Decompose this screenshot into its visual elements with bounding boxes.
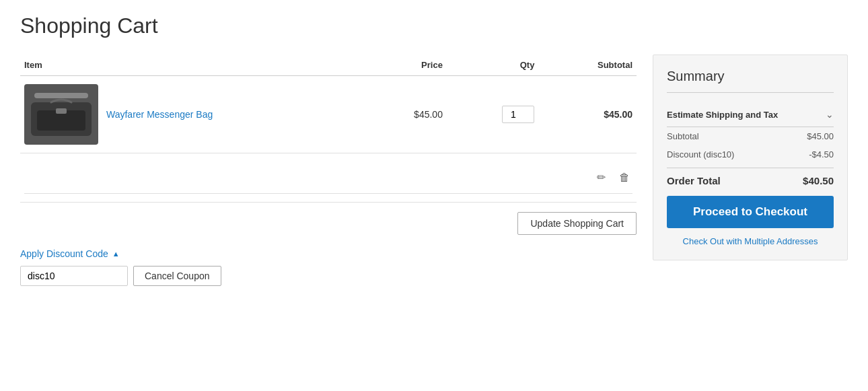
col-header-qty: Qty [447, 55, 538, 76]
discount-section: Apply Discount Code ▲ Cancel Coupon [20, 248, 637, 286]
product-image [24, 84, 98, 145]
row-actions: ✏ 🗑 [24, 162, 632, 194]
summary-panel: Summary Estimate Shipping and Tax ⌄ Subt… [653, 55, 848, 260]
delete-item-button[interactable]: 🗑 [616, 169, 632, 186]
page-title: Shopping Cart [20, 13, 848, 38]
item-image-cell [20, 76, 102, 153]
order-total-label: Order Total [667, 175, 721, 186]
apply-discount-label: Apply Discount Code [20, 248, 108, 259]
qty-input[interactable] [502, 106, 534, 123]
actions-cell: ✏ 🗑 [20, 153, 637, 203]
cart-section: Item Price Qty Subtotal [20, 55, 637, 286]
update-cart-button[interactable]: Update Shopping Cart [517, 212, 637, 235]
main-layout: Item Price Qty Subtotal [20, 55, 848, 286]
summary-title: Summary [667, 69, 834, 93]
estimate-shipping-label: Estimate Shipping and Tax [667, 110, 778, 120]
item-price-cell: $45.00 [363, 76, 447, 153]
discount-value: -$4.50 [809, 149, 834, 159]
table-header-row: Item Price Qty Subtotal [20, 55, 637, 76]
item-name: Wayfarer Messenger Bag [106, 109, 213, 120]
subtotal-label: Subtotal [667, 131, 699, 141]
cancel-coupon-button[interactable]: Cancel Coupon [133, 266, 221, 286]
bag-svg-icon [28, 87, 95, 141]
discount-label: Discount (disc10) [667, 149, 734, 159]
cart-table: Item Price Qty Subtotal [20, 55, 637, 203]
subtotal-value: $45.00 [807, 131, 834, 141]
col-header-price: Price [363, 55, 447, 76]
discount-line: Discount (disc10) -$4.50 [667, 145, 834, 164]
item-name-cell: Wayfarer Messenger Bag [102, 76, 363, 153]
update-cart-row: Update Shopping Cart [20, 212, 637, 235]
edit-item-button[interactable]: ✏ [594, 168, 608, 186]
item-qty-cell [447, 76, 538, 153]
col-header-item: Item [20, 55, 363, 76]
order-total-value: $40.50 [803, 175, 834, 186]
discount-code-input[interactable] [20, 266, 128, 286]
table-row: Wayfarer Messenger Bag $45.00 $45.00 [20, 76, 637, 153]
proceed-to-checkout-button[interactable]: Proceed to Checkout [667, 196, 834, 228]
actions-row: ✏ 🗑 [20, 153, 637, 203]
discount-form: Cancel Coupon [20, 266, 637, 286]
estimate-shipping-row[interactable]: Estimate Shipping and Tax ⌄ [667, 102, 834, 127]
svg-rect-0 [34, 93, 88, 98]
item-subtotal-cell: $45.00 [538, 76, 637, 153]
chevron-down-icon: ⌄ [826, 109, 834, 120]
order-total-line: Order Total $40.50 [667, 168, 834, 196]
apply-discount-toggle[interactable]: Apply Discount Code ▲ [20, 248, 120, 259]
svg-rect-3 [56, 108, 67, 114]
chevron-up-icon: ▲ [112, 250, 120, 258]
col-header-subtotal: Subtotal [538, 55, 637, 76]
subtotal-line: Subtotal $45.00 [667, 127, 834, 145]
checkout-multiple-addresses-button[interactable]: Check Out with Multiple Addresses [667, 236, 834, 246]
